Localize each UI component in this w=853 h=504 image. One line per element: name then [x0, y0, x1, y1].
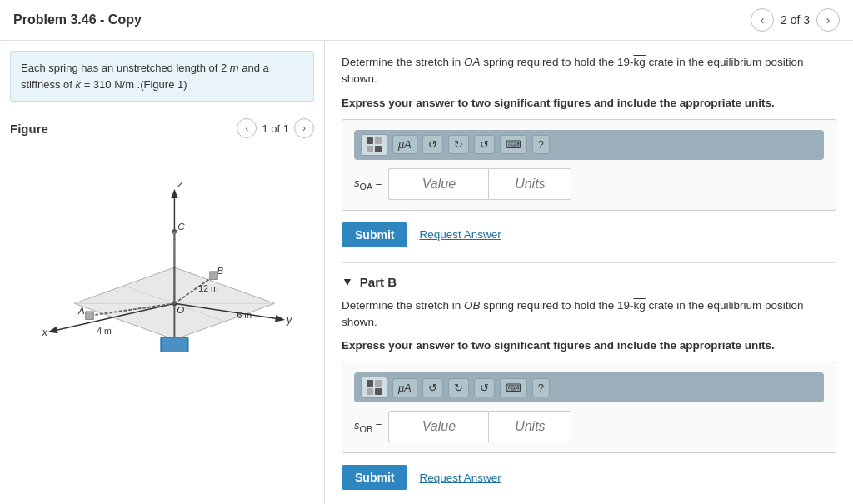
chevron-left-icon: ‹ — [245, 122, 248, 134]
figure-title: Figure — [10, 122, 48, 136]
left-panel: Each spring has an unstretched length of… — [0, 41, 325, 504]
problem-info-text: Each spring has an unstretched length of… — [21, 62, 269, 91]
part-b-input-label: sOB = — [354, 419, 382, 434]
question-icon: ? — [538, 138, 544, 151]
mu-button[interactable]: μA — [392, 135, 417, 154]
svg-text:6 m: 6 m — [237, 310, 252, 320]
keyboard-icon: ⌨ — [506, 138, 521, 151]
chevron-right-icon: › — [826, 13, 831, 27]
question-icon: ? — [538, 382, 544, 394]
mu-icon: μA — [398, 138, 412, 151]
part-b-input-row: sOB = — [354, 411, 824, 442]
svg-text:z: z — [177, 178, 183, 190]
part-a-actions: Submit Request Answer — [342, 222, 836, 247]
part-a-value-input[interactable] — [388, 168, 488, 200]
prev-problem-button[interactable]: ‹ — [751, 8, 774, 32]
part-b-keyboard-button[interactable]: ⌨ — [500, 378, 527, 397]
part-b-undo-button[interactable]: ↺ — [422, 378, 443, 397]
part-a-toolbar: μA ↺ ↻ ↺ ⌨ ? — [354, 130, 824, 160]
part-b-refresh-button[interactable]: ↺ — [474, 378, 495, 397]
part-a-input-label: sOA = — [354, 177, 382, 192]
figure-diagram: x y z O C A — [21, 143, 304, 352]
problem-info-box: Each spring has an unstretched length of… — [10, 51, 314, 102]
right-panel: Determine the stretch in OA spring requi… — [325, 41, 853, 504]
part-b-problem-text: Determine the stretch in OB spring requi… — [342, 297, 836, 332]
part-b-grid-view-button[interactable] — [361, 377, 387, 398]
part-a-instruction: Express your answer to two significant f… — [342, 97, 836, 109]
part-a-section: Determine the stretch in OA spring requi… — [342, 54, 836, 247]
svg-text:A: A — [77, 306, 85, 316]
figure-section: Figure ‹ 1 of 1 › — [0, 112, 324, 358]
nav-controls: ‹ 2 of 3 › — [751, 8, 840, 32]
part-b-mu-button[interactable]: μA — [392, 378, 417, 397]
part-a-request-answer-link[interactable]: Request Answer — [419, 228, 501, 241]
part-b-submit-button[interactable]: Submit — [342, 465, 407, 490]
part-b-instruction: Express your answer to two significant f… — [342, 339, 836, 352]
part-b-answer-box: μA ↺ ↻ ↺ ⌨ ? — [342, 362, 836, 453]
svg-text:4 m: 4 m — [97, 326, 112, 336]
part-b-units-input[interactable] — [488, 411, 571, 442]
part-b-request-answer-link[interactable]: Request Answer — [419, 472, 501, 484]
refresh-button[interactable]: ↺ — [474, 135, 495, 154]
help-button[interactable]: ? — [532, 135, 550, 154]
svg-rect-23 — [161, 337, 188, 352]
svg-text:O: O — [177, 305, 184, 315]
part-b-header: ▼ Part B — [342, 275, 836, 289]
figure-image: x y z O C A — [21, 143, 304, 352]
part-b-label: Part B — [360, 275, 397, 289]
part-a-units-input[interactable] — [488, 168, 571, 200]
next-problem-button[interactable]: › — [816, 8, 840, 32]
undo-button[interactable]: ↺ — [422, 135, 443, 154]
figure-counter: 1 of 1 — [262, 122, 289, 135]
part-a-input-row: sOA = — [354, 168, 824, 200]
grid-view-button[interactable] — [361, 134, 387, 156]
svg-text:x: x — [41, 327, 47, 338]
header: Problem 3.46 - Copy ‹ 2 of 3 › — [0, 0, 853, 41]
part-a-submit-button[interactable]: Submit — [342, 222, 407, 247]
redo-icon: ↻ — [454, 138, 463, 151]
prev-figure-button[interactable]: ‹ — [237, 118, 257, 138]
part-b-section: ▼ Part B Determine the stretch in OB spr… — [342, 262, 836, 491]
figure-nav: ‹ 1 of 1 › — [237, 118, 314, 138]
chevron-right-icon: › — [302, 122, 306, 134]
undo-icon: ↺ — [428, 382, 437, 394]
keyboard-button[interactable]: ⌨ — [500, 135, 527, 154]
part-b-help-button[interactable]: ? — [532, 378, 550, 397]
grid-icon — [367, 137, 382, 152]
svg-text:12 m: 12 m — [198, 283, 218, 293]
page-container: Problem 3.46 - Copy ‹ 2 of 3 › Each spri… — [0, 0, 853, 504]
part-b-redo-button[interactable]: ↻ — [448, 378, 469, 397]
mu-icon: μA — [398, 382, 412, 394]
keyboard-icon: ⌨ — [506, 382, 521, 394]
part-b-value-input[interactable] — [388, 411, 488, 442]
undo-icon: ↺ — [428, 138, 437, 151]
main-content: Each spring has an unstretched length of… — [0, 41, 853, 504]
grid-icon — [367, 380, 382, 395]
page-title: Problem 3.46 - Copy — [13, 12, 142, 27]
figure-header: Figure ‹ 1 of 1 › — [10, 118, 314, 138]
part-b-actions: Submit Request Answer — [342, 465, 836, 490]
part-a-problem-text: Determine the stretch in OA spring requi… — [342, 54, 836, 88]
svg-text:y: y — [286, 314, 292, 326]
collapse-arrow-icon[interactable]: ▼ — [342, 275, 353, 288]
svg-text:C: C — [177, 222, 185, 232]
redo-button[interactable]: ↻ — [448, 135, 469, 154]
chevron-left-icon: ‹ — [761, 13, 765, 27]
part-a-answer-box: μA ↺ ↻ ↺ ⌨ ? — [342, 119, 836, 211]
svg-rect-28 — [209, 272, 217, 280]
next-figure-button[interactable]: › — [294, 118, 314, 138]
svg-rect-27 — [85, 312, 93, 320]
part-b-toolbar: μA ↺ ↻ ↺ ⌨ ? — [354, 372, 824, 402]
redo-icon: ↻ — [454, 382, 463, 394]
problem-counter: 2 of 3 — [781, 13, 810, 27]
